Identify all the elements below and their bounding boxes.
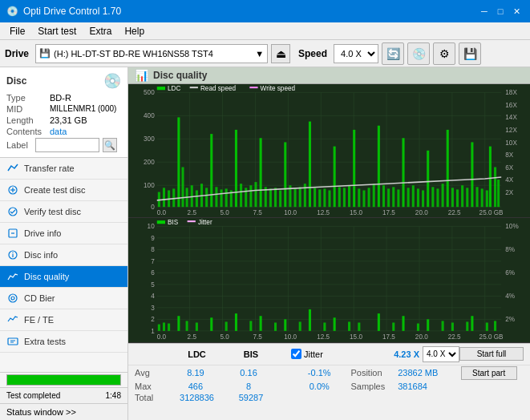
sidebar-item-drive-info[interactable]: Drive info	[0, 223, 127, 244]
sidebar-item-extra-tests[interactable]: Extra tests	[0, 331, 127, 353]
type-value: BD-R	[50, 93, 71, 103]
svg-text:1: 1	[151, 327, 155, 334]
fe-te-icon	[6, 313, 19, 326]
svg-rect-80	[397, 189, 399, 207]
svg-rect-177	[417, 323, 419, 330]
max-jitter: 0.0%	[288, 382, 350, 391]
minimize-button[interactable]: ─	[477, 4, 492, 18]
svg-text:2%: 2%	[505, 316, 515, 323]
bottom-panel: LDC BIS Jitter 4.23 X 4.0 X Start full	[128, 343, 530, 420]
eject-button[interactable]: ⏏	[271, 44, 290, 63]
drive-selector[interactable]: 💾 (H:) HL-DT-ST BD-RE WH16NS58 TST4 ▼	[35, 44, 268, 63]
svg-text:2: 2	[151, 316, 155, 323]
svg-rect-164	[249, 321, 252, 330]
toolbar-save-button[interactable]: 💾	[459, 42, 481, 65]
status-window-button[interactable]: Status window >>	[0, 403, 127, 420]
toolbar-settings-button[interactable]: ⚙	[433, 42, 455, 65]
drive-toolbar: Drive 💾 (H:) HL-DT-ST BD-RE WH16NS58 TST…	[0, 40, 530, 67]
svg-rect-67	[334, 147, 336, 208]
jitter-checkbox[interactable]	[291, 349, 301, 359]
maximize-button[interactable]: □	[493, 4, 508, 18]
avg-row: Avg 8.19 0.16 -0.1% Position 23862 MB St…	[128, 365, 530, 381]
menu-bar: File Start test Extra Help	[0, 22, 530, 40]
svg-text:8%: 8%	[505, 246, 515, 253]
progress-bar-fill	[7, 375, 120, 385]
menu-file[interactable]: File	[3, 24, 31, 38]
svg-rect-172	[348, 321, 350, 330]
status-bottom: Test completed 1:48	[0, 387, 127, 403]
sidebar-item-fe-te[interactable]: FE / TE	[0, 309, 127, 331]
svg-rect-52	[260, 138, 262, 207]
svg-rect-83	[412, 185, 415, 207]
sidebar-item-disc-quality[interactable]: Disc quality	[0, 266, 127, 288]
status-time: 1:48	[106, 391, 121, 400]
sidebar: Disc 💿 Type BD-R MID MILLENMR1 (000) Len…	[0, 67, 128, 420]
speed-select[interactable]: 4.0 X 2.0 X 1.0 X	[334, 44, 378, 63]
disc-quality-icon	[6, 270, 19, 283]
svg-rect-213	[188, 220, 196, 222]
svg-rect-56	[279, 190, 281, 207]
svg-rect-84	[417, 188, 419, 207]
toolbar-disc-button[interactable]: 💿	[407, 42, 430, 65]
menu-help[interactable]: Help	[118, 24, 151, 38]
svg-rect-65	[323, 188, 326, 207]
svg-text:10%: 10%	[505, 223, 519, 230]
drive-name: (H:) HL-DT-ST BD-RE WH16NS58 TST4	[54, 49, 213, 59]
svg-rect-82	[407, 188, 410, 207]
svg-text:4%: 4%	[505, 293, 515, 300]
svg-text:22.5: 22.5	[448, 333, 461, 341]
toolbar-refresh-button[interactable]: 🔄	[382, 42, 404, 65]
svg-text:10X: 10X	[505, 139, 517, 147]
svg-rect-181	[466, 321, 468, 330]
svg-rect-158	[177, 316, 180, 331]
sidebar-item-verify-test-disc[interactable]: Verify test disc	[0, 201, 127, 223]
drive-icon: 💾	[39, 48, 51, 59]
close-button[interactable]: ✕	[509, 4, 524, 18]
svg-text:17.5: 17.5	[382, 333, 395, 341]
svg-text:4X: 4X	[505, 176, 514, 184]
svg-rect-171	[334, 317, 336, 331]
start-part-button[interactable]: Start part	[461, 366, 517, 380]
svg-rect-211	[157, 220, 165, 224]
nav-item-label: Drive info	[24, 228, 61, 238]
svg-point-9	[9, 294, 17, 302]
nav-item-label: Verify test disc	[24, 207, 81, 216]
svg-rect-71	[353, 130, 355, 207]
app-title: Opti Drive Control 1.70	[23, 6, 121, 17]
sidebar-item-create-test-disc[interactable]: Create test disc	[0, 180, 127, 201]
label-input[interactable]	[35, 138, 99, 152]
samples-label: Samples	[350, 382, 398, 391]
label-search-button[interactable]: 🔍	[103, 138, 117, 152]
svg-rect-45	[225, 188, 228, 207]
bis-col-header: BIS	[227, 349, 275, 359]
svg-rect-64	[318, 189, 321, 207]
speed-dropdown[interactable]: 4.0 X	[423, 346, 459, 362]
svg-rect-99	[489, 147, 492, 208]
svg-text:15.0: 15.0	[350, 333, 362, 341]
svg-rect-78	[387, 188, 390, 207]
svg-text:2X: 2X	[505, 189, 514, 196]
svg-text:12X: 12X	[505, 127, 517, 134]
total-label: Total	[135, 393, 167, 402]
sidebar-item-cd-bier[interactable]: CD Bier	[0, 288, 127, 309]
max-label: Max	[135, 382, 166, 391]
svg-rect-50	[249, 185, 252, 207]
disc-quality-title: Disc quality	[153, 70, 207, 81]
svg-rect-161	[210, 317, 212, 331]
bis-chart: 10 9 8 7 6 5 4 3 2 1 10% 8% 6% 4% 2%	[128, 218, 530, 343]
extra-tests-icon	[6, 335, 19, 348]
sidebar-item-disc-info[interactable]: Disc info	[0, 244, 127, 266]
menu-start-test[interactable]: Start test	[31, 24, 83, 38]
nav-item-label: CD Bier	[24, 293, 55, 303]
svg-rect-48	[240, 184, 242, 207]
svg-rect-93	[461, 185, 463, 207]
svg-text:500: 500	[144, 89, 155, 96]
menu-extra[interactable]: Extra	[83, 24, 118, 38]
sidebar-item-transfer-rate[interactable]: Transfer rate	[0, 158, 127, 180]
ldc-col-header: LDC	[167, 349, 227, 359]
svg-rect-97	[481, 188, 483, 207]
ldc-chart-svg: 500 400 300 200 100 0 18X 16X 14X 12X 10…	[128, 84, 530, 217]
svg-text:0.0: 0.0	[157, 209, 167, 216]
svg-rect-36	[181, 167, 184, 207]
start-full-button[interactable]: Start full	[459, 347, 524, 361]
